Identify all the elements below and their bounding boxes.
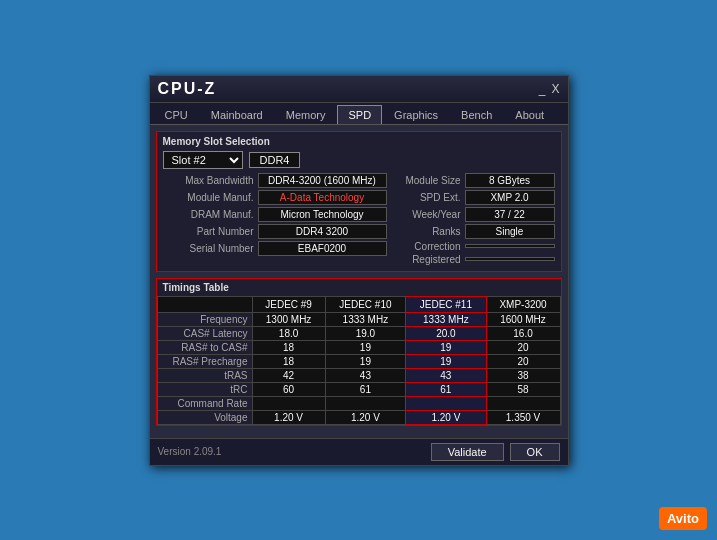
- rvalue-registered: [465, 257, 555, 261]
- info-row-module-manuf: Module Manuf. A-Data Technology: [163, 190, 387, 205]
- label-serial-number: Serial Number: [163, 243, 258, 254]
- timings-cell: 18: [252, 340, 325, 354]
- tab-mainboard[interactable]: Mainboard: [200, 105, 274, 124]
- timings-cell: 1333 MHz: [406, 312, 486, 326]
- ok-button[interactable]: OK: [510, 443, 560, 461]
- timings-cell: 43: [325, 368, 405, 382]
- timings-cell: 19: [325, 354, 405, 368]
- timings-cell: [325, 396, 405, 410]
- timings-row-label: CAS# Latency: [157, 326, 252, 340]
- cpu-z-window: CPU-Z _ X CPU Mainboard Memory SPD Graph…: [149, 75, 569, 466]
- info-grid: Max Bandwidth DDR4-3200 (1600 MHz) Modul…: [163, 173, 555, 267]
- timings-row-label: RAS# Precharge: [157, 354, 252, 368]
- timings-cell: 1333 MHz: [325, 312, 405, 326]
- right-row-registered: Registered: [395, 254, 555, 265]
- timings-cell: 18.0: [252, 326, 325, 340]
- right-row-spd-ext: SPD Ext. XMP 2.0: [395, 190, 555, 205]
- tab-cpu[interactable]: CPU: [154, 105, 199, 124]
- timings-cell: 16.0: [486, 326, 560, 340]
- tab-bench[interactable]: Bench: [450, 105, 503, 124]
- slot-select[interactable]: Slot #2 Slot #1 Slot #3 Slot #4: [163, 151, 243, 169]
- right-row-correction: Correction: [395, 241, 555, 252]
- timings-cell: 19.0: [325, 326, 405, 340]
- col-header-jedec9: JEDEC #9: [252, 296, 325, 312]
- timings-cell: 19: [325, 340, 405, 354]
- ddr-type: DDR4: [249, 152, 301, 168]
- timings-cell: 58: [486, 382, 560, 396]
- timings-cell: 61: [325, 382, 405, 396]
- timings-row: Command Rate: [157, 396, 560, 410]
- timings-cell: [252, 396, 325, 410]
- timings-cell: 19: [406, 340, 486, 354]
- timings-row: CAS# Latency18.019.020.016.0: [157, 326, 560, 340]
- rvalue-week-year: 37 / 22: [465, 207, 555, 222]
- timings-row: RAS# to CAS#18191920: [157, 340, 560, 354]
- label-dram-manuf: DRAM Manuf.: [163, 209, 258, 220]
- timings-cell: 20.0: [406, 326, 486, 340]
- timings-cell: 43: [406, 368, 486, 382]
- minimize-button[interactable]: _: [539, 82, 546, 96]
- timings-row: tRAS42434338: [157, 368, 560, 382]
- timings-cell: [406, 396, 486, 410]
- spd-content: Memory Slot Selection Slot #2 Slot #1 Sl…: [150, 125, 568, 438]
- close-button[interactable]: X: [551, 82, 559, 96]
- rvalue-spd-ext: XMP 2.0: [465, 190, 555, 205]
- rlabel-module-size: Module Size: [395, 175, 465, 186]
- avito-badge: Avito: [659, 507, 707, 530]
- timings-table: JEDEC #9 JEDEC #10 JEDEC #11 XMP-3200 Fr…: [157, 296, 561, 425]
- timings-row-label: tRC: [157, 382, 252, 396]
- right-row-week-year: Week/Year 37 / 22: [395, 207, 555, 222]
- memory-slot-title: Memory Slot Selection: [163, 136, 555, 147]
- rlabel-week-year: Week/Year: [395, 209, 465, 220]
- validate-button[interactable]: Validate: [431, 443, 504, 461]
- window-controls: _ X: [539, 82, 560, 96]
- value-module-manuf: A-Data Technology: [258, 190, 387, 205]
- app-title: CPU-Z: [158, 80, 217, 98]
- memory-slot-section: Memory Slot Selection Slot #2 Slot #1 Sl…: [156, 131, 562, 272]
- tab-spd[interactable]: SPD: [337, 105, 382, 124]
- timings-section: Timings Table JEDEC #9 JEDEC #10 JEDEC #…: [156, 278, 562, 426]
- version-text: Version 2.09.1: [158, 446, 222, 457]
- timings-cell: [486, 396, 560, 410]
- timings-cell: 61: [406, 382, 486, 396]
- timings-cell: 1.20 V: [252, 410, 325, 424]
- tab-graphics[interactable]: Graphics: [383, 105, 449, 124]
- info-left: Max Bandwidth DDR4-3200 (1600 MHz) Modul…: [163, 173, 387, 267]
- timings-row-label: tRAS: [157, 368, 252, 382]
- timings-cell: 60: [252, 382, 325, 396]
- tab-about[interactable]: About: [504, 105, 555, 124]
- timings-row-label: RAS# to CAS#: [157, 340, 252, 354]
- label-part-number: Part Number: [163, 226, 258, 237]
- rlabel-spd-ext: SPD Ext.: [395, 192, 465, 203]
- timings-cell: 1.350 V: [486, 410, 560, 424]
- timings-row: Frequency1300 MHz1333 MHz1333 MHz1600 MH…: [157, 312, 560, 326]
- col-header-label: [157, 296, 252, 312]
- info-row-bandwidth: Max Bandwidth DDR4-3200 (1600 MHz): [163, 173, 387, 188]
- rlabel-registered: Registered: [395, 254, 465, 265]
- timings-cell: 1300 MHz: [252, 312, 325, 326]
- tab-bar: CPU Mainboard Memory SPD Graphics Bench …: [150, 103, 568, 125]
- timings-cell: 1.20 V: [406, 410, 486, 424]
- rvalue-module-size: 8 GBytes: [465, 173, 555, 188]
- info-right: Module Size 8 GBytes SPD Ext. XMP 2.0 We…: [395, 173, 555, 267]
- timings-title: Timings Table: [157, 279, 561, 296]
- rlabel-correction: Correction: [395, 241, 465, 252]
- timings-cell: 20: [486, 340, 560, 354]
- timings-cell: 42: [252, 368, 325, 382]
- timings-row: tRC60616158: [157, 382, 560, 396]
- right-row-module-size: Module Size 8 GBytes: [395, 173, 555, 188]
- timings-cell: 1.20 V: [325, 410, 405, 424]
- timings-cell: 1600 MHz: [486, 312, 560, 326]
- value-serial-number: EBAF0200: [258, 241, 387, 256]
- footer-buttons: Validate OK: [431, 443, 560, 461]
- info-row-serial-number: Serial Number EBAF0200: [163, 241, 387, 256]
- tab-memory[interactable]: Memory: [275, 105, 337, 124]
- rvalue-ranks: Single: [465, 224, 555, 239]
- label-bandwidth: Max Bandwidth: [163, 175, 258, 186]
- rlabel-ranks: Ranks: [395, 226, 465, 237]
- rvalue-correction: [465, 244, 555, 248]
- timings-cell: 20: [486, 354, 560, 368]
- timings-row: Voltage1.20 V1.20 V1.20 V1.350 V: [157, 410, 560, 424]
- slot-row: Slot #2 Slot #1 Slot #3 Slot #4 DDR4: [163, 151, 555, 169]
- timings-row-label: Command Rate: [157, 396, 252, 410]
